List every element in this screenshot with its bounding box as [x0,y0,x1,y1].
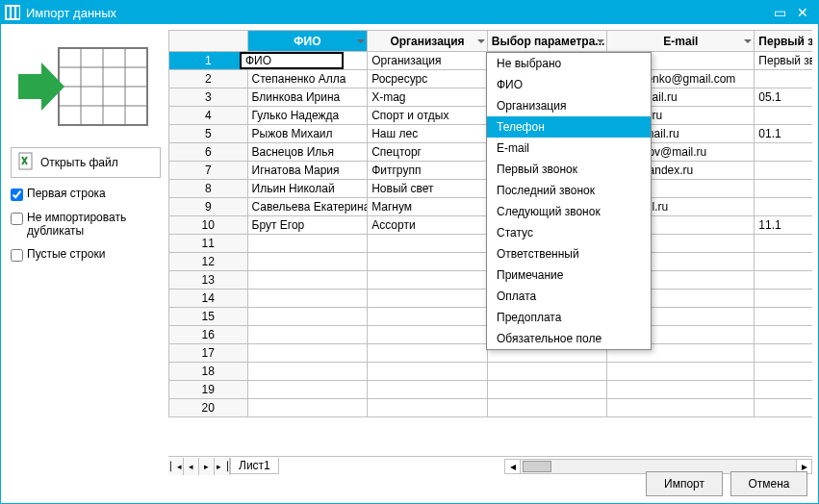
dropdown-arrow-icon[interactable] [597,39,604,43]
dropdown-item[interactable]: ФИО [487,74,651,95]
cell[interactable] [755,235,812,253]
cell[interactable]: Новый свет [368,180,488,198]
dropdown-item[interactable]: Последний звонок [487,180,651,201]
cell[interactable] [755,253,812,271]
cell[interactable] [368,308,488,326]
column-header-4[interactable]: Первый звонок [755,31,812,52]
cell[interactable] [755,271,812,290]
cell[interactable]: 05.1 [755,88,812,107]
cell[interactable] [247,399,368,417]
row-header[interactable]: 3 [169,88,248,107]
cell[interactable] [755,70,812,88]
cell[interactable] [755,381,812,399]
cell[interactable]: Блинкова Ирина [247,88,368,107]
cell[interactable] [755,308,812,326]
cell[interactable]: Фитгрупп [368,162,488,180]
cell[interactable] [368,381,488,399]
dropdown-item[interactable]: Первый звонок [487,159,651,180]
cell[interactable] [755,363,812,381]
empty-rows-checkbox-row[interactable]: Пустые строки [11,246,161,263]
row-header[interactable]: 14 [169,290,248,308]
row-header[interactable]: 15 [169,308,248,326]
cell[interactable] [607,399,755,417]
first-row-checkbox[interactable] [11,189,23,201]
cell[interactable] [607,363,755,381]
cell[interactable] [247,344,368,363]
cell[interactable] [368,344,488,363]
cell[interactable]: Степаненко Алла [247,70,368,88]
cell[interactable] [247,381,368,399]
column-header-0[interactable]: ФИО [247,31,368,52]
no-duplicates-checkbox-row[interactable]: Не импортировать дубликаты [11,210,161,239]
parameter-dropdown[interactable]: Не выбраноФИООрганизацияТелефонE-mailПер… [486,52,652,350]
close-button[interactable]: ✕ [791,5,814,20]
cell[interactable] [487,363,607,381]
row-header[interactable]: 7 [169,162,248,180]
cell[interactable] [755,198,812,216]
dropdown-item[interactable]: Статус [487,222,651,243]
row-header[interactable]: 6 [169,143,248,162]
row-header[interactable]: 16 [169,326,248,344]
cell[interactable]: Ассорти [368,216,488,235]
cell[interactable] [607,381,755,399]
table-row[interactable]: 18 [169,363,813,381]
dropdown-item[interactable]: Следующий звонок [487,201,651,222]
dropdown-item[interactable]: E-mail [487,138,651,159]
cell[interactable]: 11.1 [755,216,812,235]
row-header[interactable]: 1 [169,52,248,70]
cell[interactable] [368,290,488,308]
cell[interactable] [755,143,812,162]
dropdown-item[interactable]: Оплата [487,286,651,307]
dropdown-item[interactable]: Обязательное поле [487,328,651,349]
table-row[interactable]: 20 [169,399,813,417]
cell[interactable] [247,290,368,308]
cell[interactable] [368,399,488,417]
import-button[interactable]: Импорт [646,471,723,496]
cell[interactable]: 01.1 [755,125,812,143]
dropdown-arrow-icon[interactable] [357,39,365,43]
cell[interactable]: Савельева Екатерина [247,198,368,216]
row-header[interactable]: 20 [169,399,248,417]
cell[interactable] [755,344,812,363]
cell[interactable]: Игнатова Мария [247,162,368,180]
open-file-button[interactable]: Открыть файл [11,147,161,178]
cell[interactable]: Наш лес [368,125,488,143]
dropdown-arrow-icon[interactable] [477,39,485,43]
maximize-button[interactable]: ▭ [768,5,791,20]
row-header[interactable]: 18 [169,363,248,381]
cell[interactable]: Первый звонок [755,52,812,70]
row-header[interactable]: 13 [169,271,248,290]
row-header[interactable]: 2 [169,70,248,88]
row-header[interactable]: 8 [169,180,248,198]
cell[interactable]: Магнум [368,198,488,216]
corner-cell[interactable] [169,31,248,52]
cell[interactable] [368,363,488,381]
dropdown-item[interactable]: Ответственный [487,243,651,265]
table-row[interactable]: 19 [169,381,813,399]
dropdown-arrow-icon[interactable] [744,39,752,43]
cell[interactable] [755,290,812,308]
dropdown-item[interactable]: Предоплата [487,307,651,328]
cell[interactable]: Организация [368,52,488,70]
cell[interactable] [755,180,812,198]
cell[interactable] [247,326,368,344]
cell[interactable] [755,399,812,417]
cell[interactable]: Рыжов Михаил [247,125,368,143]
cell[interactable] [247,271,368,290]
cell[interactable] [755,107,812,125]
cell[interactable] [368,235,488,253]
dropdown-item[interactable]: Организация [487,95,651,116]
row-header[interactable]: 10 [169,216,248,235]
cell[interactable] [487,381,607,399]
row-header[interactable]: 9 [169,198,248,216]
row-header[interactable]: 5 [169,125,248,143]
cell[interactable] [247,363,368,381]
cell[interactable]: Гулько Надежда [247,107,368,125]
cell[interactable]: Росресурс [368,70,488,88]
dropdown-item[interactable]: Примечание [487,265,651,286]
cancel-button[interactable]: Отмена [730,471,807,496]
column-header-1[interactable]: Организация [368,31,488,52]
dropdown-item[interactable]: Не выбрано [487,53,651,74]
cell[interactable] [755,162,812,180]
empty-rows-checkbox[interactable] [11,249,23,262]
